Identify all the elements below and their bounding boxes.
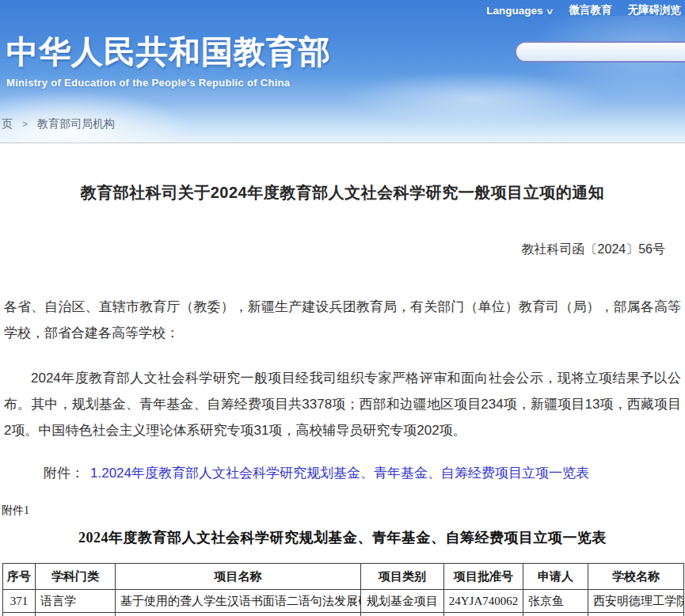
cell-empty — [444, 613, 523, 616]
breadcrumb-current[interactable]: 教育部司局机构 — [37, 117, 115, 131]
col-header-approval-number: 项目批准号 — [444, 564, 523, 590]
breadcrumb: 页 > 教育部司局机构 — [2, 117, 115, 131]
project-table: 序号 学科门类 项目名称 项目类别 项目批准号 申请人 学校名称 371 语言学… — [2, 563, 684, 616]
attachment-line: 附件：1.2024年度教育部人文社会科学研究规划基金、青年基金、自筹经费项目立项… — [44, 464, 589, 482]
site-logo[interactable]: 中华人民共和国教育部 Ministry of Education of the … — [6, 30, 331, 89]
col-header-school: 学校名称 — [588, 564, 684, 590]
cell-seq: 371 — [3, 590, 36, 613]
cell-empty — [3, 613, 36, 616]
cell-empty — [116, 613, 361, 616]
notice-content: 教育部社科司关于2024年度教育部人文社会科学研究一般项目立项的通知 教社科司函… — [0, 143, 685, 616]
languages-label: Languages — [486, 5, 542, 17]
cell-discipline: 语言学 — [36, 590, 116, 613]
cell-empty — [36, 613, 116, 616]
wechat-education-link[interactable]: 微言教育 — [569, 3, 612, 17]
col-header-project-type: 项目类别 — [361, 564, 444, 590]
col-header-applicant: 申请人 — [523, 564, 588, 590]
chevron-down-icon: ∨ — [546, 6, 554, 17]
breadcrumb-home[interactable]: 页 — [2, 117, 13, 131]
cell-empty — [361, 613, 444, 616]
attachment-link[interactable]: 1.2024年度教育部人文社会科学研究规划基金、青年基金、自筹经费项目立项一览表 — [90, 466, 589, 481]
cell-approval-number: 24YJA740062 — [444, 590, 523, 613]
cell-applicant: 张京鱼 — [523, 590, 588, 613]
col-header-discipline: 学科门类 — [36, 564, 116, 590]
col-header-seq: 序号 — [3, 564, 36, 590]
cell-project-name: 基于使用的聋人学生汉语书面语二语句法发展研究 — [116, 590, 361, 613]
breadcrumb-separator-icon: > — [22, 119, 28, 130]
accessibility-link[interactable]: 无障碍浏览 — [628, 3, 682, 17]
cell-project-type: 规划基金项目 — [361, 590, 444, 613]
site-header: Languages∨ 微言教育 无障碍浏览 中华人民共和国教育部 Ministr… — [0, 0, 685, 143]
cell-school: 西安明德理工学院 — [588, 590, 684, 613]
site-title-en: Ministry of Education of the People's Re… — [6, 77, 331, 89]
notice-title: 教育部社科司关于2024年度教育部人文社会科学研究一般项目立项的通知 — [0, 182, 685, 203]
top-utility-nav: Languages∨ 微言教育 无障碍浏览 — [486, 3, 681, 17]
cell-empty — [523, 613, 588, 616]
col-header-project-name: 项目名称 — [116, 564, 361, 590]
cell-empty — [588, 613, 684, 616]
table-header-row: 序号 学科门类 项目名称 项目类别 项目批准号 申请人 学校名称 — [3, 564, 684, 590]
site-title-cn: 中华人民共和国教育部 — [6, 30, 331, 74]
attachment-label: 附件： — [44, 466, 84, 481]
table-row: 371 语言学 基于使用的聋人学生汉语书面语二语句法发展研究 规划基金项目 24… — [3, 590, 684, 613]
notice-body-paragraph: 2024年度教育部人文社会科学研究一般项目经我司组织专家严格评审和面向社会公示，… — [4, 365, 681, 443]
notice-recipients-paragraph: 各省、自治区、直辖市教育厅（教委），新疆生产建设兵团教育局，有关部门（单位）教育… — [4, 294, 681, 346]
appendix-label: 附件1 — [2, 504, 29, 518]
document-number: 教社科司函〔2024〕56号 — [0, 241, 665, 258]
search-input[interactable] — [515, 41, 685, 63]
cloud-decoration — [341, 71, 610, 127]
languages-menu[interactable]: Languages∨ — [486, 5, 553, 17]
table-row-partial — [3, 613, 684, 616]
page: Languages∨ 微言教育 无障碍浏览 中华人民共和国教育部 Ministr… — [0, 0, 685, 616]
appendix-table-title: 2024年度教育部人文社会科学研究规划基金、青年基金、自筹经费项目立项一览表 — [0, 528, 685, 547]
